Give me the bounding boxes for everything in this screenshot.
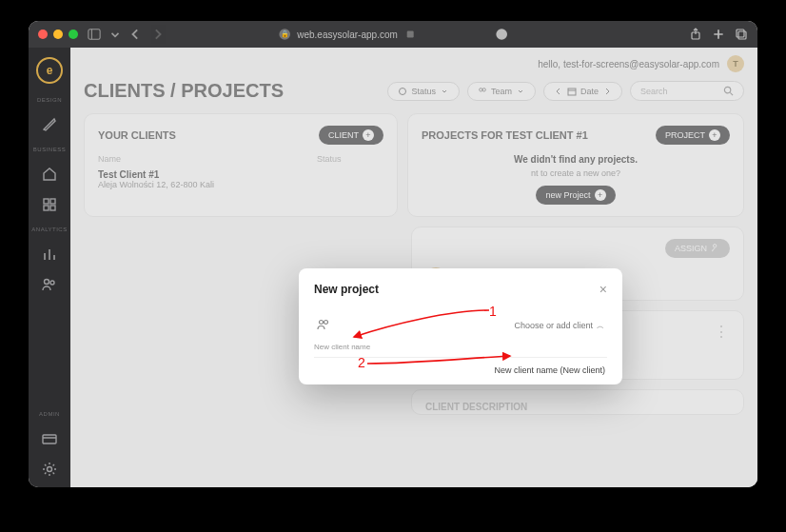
client-chooser[interactable]: Choose or add client ︿ [314,314,607,337]
logo-letter: e [47,64,53,77]
people-icon [317,319,330,332]
share-icon[interactable] [689,28,702,41]
sidebar-toggle-icon[interactable] [88,28,101,41]
app-logo[interactable]: e [36,57,63,84]
new-project-modal: New project × Choose or add client ︿ New… [299,268,622,384]
back-icon[interactable] [129,28,143,41]
main-content: hello, test-for-screens@easysolar-app.co… [70,48,757,487]
chevron-up-icon: ︿ [597,321,604,331]
svg-rect-20 [43,435,56,443]
svg-rect-13 [44,206,49,210]
maximize-window-icon[interactable] [69,30,78,39]
close-icon[interactable]: × [599,282,607,297]
modal-overlay[interactable] [70,48,757,487]
modal-title: New project [314,283,379,296]
gear-icon[interactable] [41,461,58,478]
chevron-down-icon[interactable] [108,28,122,41]
address-bar-url[interactable]: web.easysolar-app.com [297,30,398,40]
site-settings-icon[interactable] [403,28,417,41]
app-sidebar: e DESIGN BUSINESS ANALYTICS ADMIN [29,48,70,487]
bar-chart-icon[interactable] [41,246,58,263]
svg-point-19 [50,281,54,285]
svg-point-33 [324,321,328,325]
sidebar-group-label: BUSINESS [33,147,66,152]
sidebar-group-label: DESIGN [37,97,62,103]
card-icon[interactable] [41,430,58,447]
new-tab-icon[interactable] [712,28,725,41]
svg-rect-9 [737,30,744,37]
reader-icon[interactable] [495,28,508,41]
client-suggestion-item[interactable]: New client name (New client) [314,357,607,377]
lock-icon: 🔒 [278,28,291,41]
tabs-overview-icon[interactable] [735,28,748,41]
browser-titlebar: 🔒 web.easysolar-app.com [29,21,757,48]
app-window: 🔒 web.easysolar-app.com e [29,21,757,487]
people-icon[interactable] [41,276,58,293]
svg-point-18 [45,280,49,285]
forward-icon[interactable] [150,28,164,41]
svg-rect-11 [44,199,49,204]
sidebar-group-label: ADMIN [39,411,60,417]
close-window-icon[interactable] [38,30,48,39]
grid-icon[interactable] [41,196,58,213]
svg-text:🔒: 🔒 [281,30,289,38]
svg-rect-10 [738,31,746,39]
home-icon[interactable] [41,166,58,183]
new-client-name-label: New client name [314,343,607,351]
minimize-window-icon[interactable] [53,30,63,39]
svg-point-5 [496,29,507,40]
svg-rect-12 [50,199,55,204]
sidebar-group-label: ANALYTICS [31,227,67,232]
traffic-lights [38,30,78,39]
svg-point-32 [320,321,324,325]
svg-rect-0 [88,30,100,40]
draw-icon[interactable] [41,116,58,133]
svg-point-22 [48,467,52,472]
choose-label: Choose or add client [514,321,593,330]
svg-rect-14 [50,206,55,210]
svg-rect-4 [406,31,413,38]
